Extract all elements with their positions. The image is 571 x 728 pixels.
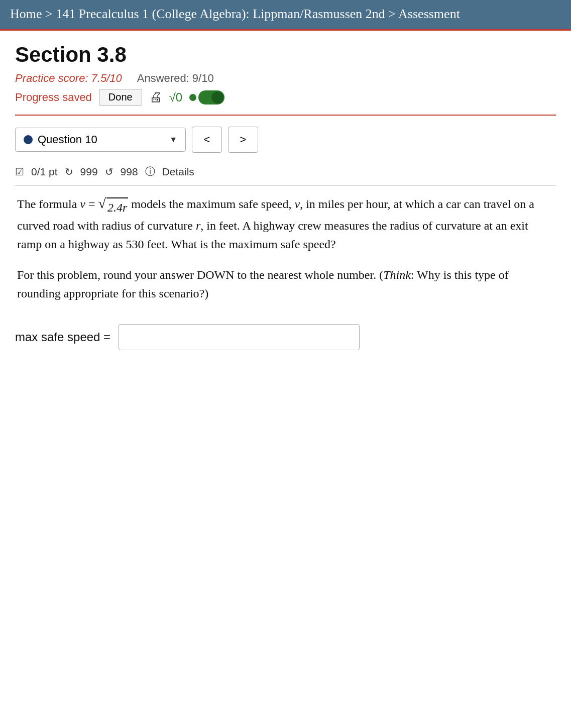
next-question-button[interactable]: >: [228, 127, 258, 153]
formula-v2: v: [294, 197, 300, 211]
question-paragraph-2: For this problem, round your answer DOWN…: [17, 266, 554, 303]
question-label: Question 10: [38, 133, 164, 146]
section-title: Section 3.8: [15, 43, 556, 67]
score-row: Practice score: 7.5/10 Answered: 9/10: [15, 72, 556, 85]
answered-label: Answered: 9/10: [137, 72, 214, 85]
details-link[interactable]: Details: [162, 166, 194, 178]
toggle-small-dot: [189, 94, 196, 101]
toggle-switch[interactable]: [198, 90, 224, 105]
sqrt-content: 2.4r: [106, 197, 128, 217]
submissions-count: 998: [121, 166, 138, 178]
refresh-icon: ↺: [105, 166, 113, 178]
printer-icon[interactable]: 🖨: [149, 89, 162, 105]
toggle-container: [189, 90, 224, 105]
info-icon: ⓘ: [145, 165, 155, 178]
practice-score: Practice score: 7.5/10: [15, 72, 122, 85]
question-dropdown[interactable]: Question 10 ▼: [15, 128, 186, 152]
sqrt-icon: √0: [169, 90, 183, 105]
formula-r: r: [196, 219, 200, 232]
red-divider: [15, 115, 556, 116]
gray-divider: [15, 185, 556, 186]
progress-saved-label: Progress saved: [15, 91, 92, 104]
question-dot: [24, 135, 33, 144]
formula-v: v: [80, 197, 85, 211]
answer-label: max safe speed =: [15, 330, 110, 344]
answer-row: max safe speed =: [15, 319, 556, 350]
retries-count: 999: [80, 166, 98, 178]
answer-input[interactable]: [119, 324, 360, 350]
score-meta: 0/1 pt: [31, 166, 58, 178]
sqrt-formula: √2.4r: [98, 196, 129, 216]
question-selector-row: Question 10 ▼ < >: [15, 127, 556, 153]
done-button[interactable]: Done: [99, 89, 142, 106]
progress-row: Progress saved Done 🖨 √0: [15, 89, 556, 106]
sqrt-symbol: √: [98, 196, 106, 211]
checkbox-icon: ☑: [15, 166, 24, 178]
chevron-down-icon: ▼: [169, 135, 177, 144]
retry-icon: ↻: [65, 166, 73, 178]
main-content: Section 3.8 Practice score: 7.5/10 Answe…: [0, 31, 571, 370]
breadcrumb-header: Home > 141 Precalculus 1 (College Algebr…: [0, 0, 571, 31]
question-paragraph-1: The formula v = √2.4r models the maximum…: [17, 195, 554, 254]
question-meta: ☑ 0/1 pt ↻ 999 ↺ 998 ⓘ Details: [15, 160, 556, 185]
breadcrumb-text: Home > 141 Precalculus 1 (College Algebr…: [10, 7, 460, 21]
question-body: The formula v = √2.4r models the maximum…: [15, 195, 556, 303]
prev-question-button[interactable]: <: [192, 127, 222, 153]
toggle-knob: [211, 91, 223, 103]
